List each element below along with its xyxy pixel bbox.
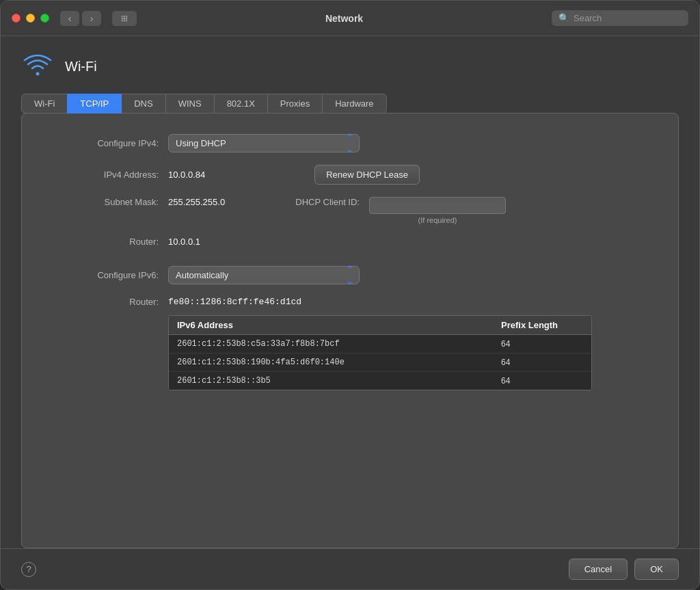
wifi-icon [21, 50, 54, 83]
ipv6-address-1: 2601:c1:2:53b8:c5a:33a7:f8b8:7bcf [177, 339, 501, 349]
ipv6-col-address-header: IPv6 Address [177, 320, 501, 330]
renew-dhcp-button[interactable]: Renew DHCP Lease [314, 165, 420, 185]
configure-ipv6-label: Configure IPv6: [49, 270, 159, 280]
maximize-button[interactable] [40, 14, 49, 23]
configure-ipv6-select-wrapper: Automatically Manually Off ⌃⌄ [168, 266, 360, 284]
bottom-bar: ? Cancel OK [1, 549, 699, 589]
configure-ipv4-row: Configure IPv4: Using DHCP Manually Usin… [49, 134, 651, 152]
close-button[interactable] [12, 14, 21, 23]
search-icon: 🔍 [558, 13, 569, 23]
window-title: Network [145, 13, 543, 24]
ipv4-address-label: IPv4 Address: [49, 170, 159, 180]
search-bar: 🔍 [552, 10, 688, 26]
configure-ipv4-select-wrapper: Using DHCP Manually Using BOOTP ⌃⌄ [168, 134, 360, 152]
configure-ipv4-select[interactable]: Using DHCP Manually Using BOOTP [168, 134, 360, 152]
ipv4-address-value: 10.0.0.84 [168, 170, 205, 180]
tab-wins[interactable]: WINS [165, 94, 215, 113]
forward-button[interactable]: › [82, 11, 101, 26]
ipv6-table-body: 2601:c1:2:53b8:c5a:33a7:f8b8:7bcf 64 260… [169, 335, 591, 390]
tab-proxies[interactable]: Proxies [267, 94, 323, 113]
search-input[interactable] [574, 13, 682, 23]
configure-ipv6-row: Configure IPv6: Automatically Manually O… [49, 266, 651, 284]
ipv6-prefix-2: 64 [501, 358, 583, 367]
grid-button[interactable]: ⊞ [112, 11, 137, 26]
nav-buttons: ‹ › [60, 11, 101, 26]
tab-wifi[interactable]: Wi-Fi [21, 94, 68, 113]
traffic-lights [12, 14, 49, 23]
tab-8021x[interactable]: 802.1X [214, 94, 268, 113]
ipv6-prefix-3: 64 [501, 376, 583, 386]
table-row[interactable]: 2601:c1:2:53b8:190b:4fa5:d6f0:140e 64 [169, 353, 591, 372]
ipv6-col-prefix-header: Prefix Length [501, 320, 583, 330]
tab-hardware[interactable]: Hardware [322, 94, 386, 113]
router-v4-label: Router: [49, 237, 159, 247]
dhcp-hint: (If required) [369, 216, 506, 224]
network-window: ‹ › ⊞ Network 🔍 Wi-Fi [0, 0, 700, 590]
configure-ipv6-select[interactable]: Automatically Manually Off [168, 266, 360, 284]
minimize-button[interactable] [26, 14, 35, 23]
cancel-button[interactable]: Cancel [569, 559, 628, 580]
tab-tcpip[interactable]: TCP/IP [67, 94, 122, 113]
wifi-header: Wi-Fi [21, 50, 679, 83]
ok-button[interactable]: OK [634, 559, 679, 580]
content: Wi-Fi Wi-Fi TCP/IP DNS WINS 802.1X Proxi… [1, 36, 699, 548]
configure-ipv4-label: Configure IPv4: [49, 138, 159, 148]
ipv6-prefix-1: 64 [501, 339, 583, 349]
tab-dns[interactable]: DNS [121, 94, 165, 113]
titlebar: ‹ › ⊞ Network 🔍 [1, 1, 699, 36]
table-row[interactable]: 2601:c1:2:53b8:c5a:33a7:f8b8:7bcf 64 [169, 335, 591, 353]
ipv6-table-header: IPv6 Address Prefix Length [169, 316, 591, 335]
tcpip-panel: Configure IPv4: Using DHCP Manually Usin… [21, 113, 679, 548]
bottom-actions: Cancel OK [569, 559, 679, 580]
ipv6-address-3: 2601:c1:2:53b8::3b5 [177, 376, 501, 386]
dhcp-client-id-input[interactable] [369, 197, 506, 214]
subnet-mask-value: 255.255.255.0 [168, 197, 278, 207]
router-v4-row: Router: 10.0.0.1 [49, 237, 651, 247]
table-row[interactable]: 2601:c1:2:53b8::3b5 64 [169, 372, 591, 390]
ipv4-address-row: IPv4 Address: 10.0.0.84 Renew DHCP Lease [49, 165, 651, 185]
tabs-container: Wi-Fi TCP/IP DNS WINS 802.1X Proxies Har… [21, 94, 679, 113]
ipv6-address-2: 2601:c1:2:53b8:190b:4fa5:d6f0:140e [177, 358, 501, 367]
ipv6-table: IPv6 Address Prefix Length 2601:c1:2:53b… [168, 315, 592, 390]
dhcp-input-wrapper: (If required) [369, 197, 506, 224]
help-button[interactable]: ? [21, 562, 36, 577]
back-button[interactable]: ‹ [60, 11, 79, 26]
router-v6-label: Router: [49, 297, 159, 307]
subnet-mask-label: Subnet Mask: [49, 197, 159, 207]
subnet-dhcp-row: Subnet Mask: 255.255.255.0 DHCP Client I… [49, 197, 651, 224]
wifi-label: Wi-Fi [65, 59, 97, 75]
router-v6-value: fe80::1286:8cff:fe46:d1cd [168, 297, 301, 307]
svg-point-0 [36, 72, 40, 76]
router-v4-value: 10.0.0.1 [168, 237, 200, 247]
dhcp-client-id-label: DHCP Client ID: [278, 197, 360, 207]
grid-icon: ⊞ [121, 14, 128, 23]
router-v6-row: Router: fe80::1286:8cff:fe46:d1cd [49, 297, 651, 307]
